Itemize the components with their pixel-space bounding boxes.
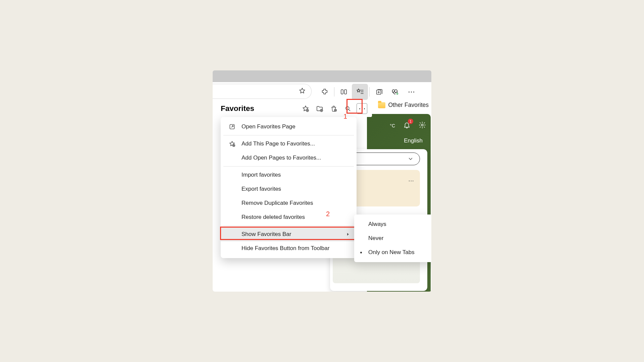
favorites-panel: Favorites (216, 100, 372, 117)
menu-label: Hide Favorites Button from Toolbar (241, 245, 329, 252)
chevron-down-icon (408, 156, 414, 162)
menu-separator (223, 135, 354, 135)
menu-hide-favorites-button[interactable]: Hide Favorites Button from Toolbar (221, 241, 357, 255)
menu-separator (223, 226, 354, 226)
notification-badge: 1 (408, 119, 413, 124)
submenu-label: Always (368, 221, 386, 228)
extension-icon[interactable] (317, 84, 333, 100)
menu-label: Remove Duplicate Favorites (241, 200, 313, 206)
submenu-only-new-tabs[interactable]: Only on New Tabs (354, 245, 431, 259)
favorites-title: Favorites (221, 104, 297, 113)
bell-icon[interactable]: 1 (403, 121, 411, 130)
toolbar-separator (369, 87, 370, 97)
other-favorites-folder[interactable]: Other Favorites (378, 102, 429, 109)
toolbar-icons (317, 84, 419, 100)
favorites-panel-header: Favorites (216, 100, 372, 117)
favorites-context-menu: Open Favorites Page Add This Page to Fav… (221, 117, 357, 258)
screenshot-stage: Other Favorites °C 1 English (213, 70, 431, 292)
show-favorites-bar-submenu: Always Never Only on New Tabs (354, 215, 431, 262)
svg-line-20 (349, 110, 350, 111)
health-icon[interactable] (387, 84, 403, 100)
other-favorites-label: Other Favorites (388, 102, 429, 109)
menu-label: Open Favorites Page (241, 123, 296, 130)
background-card: °C 1 English ... ửa (367, 114, 431, 292)
submenu-label: Never (368, 235, 383, 242)
bullet-icon (360, 252, 363, 253)
submenu-always[interactable]: Always (354, 217, 431, 231)
browser-toolbar (213, 84, 431, 100)
menu-import-favorites[interactable]: Import favorites (221, 168, 357, 182)
chevron-right-icon (346, 231, 350, 238)
menu-add-this-page[interactable]: Add This Page to Favorites... (221, 137, 357, 151)
browser-chrome: Other Favorites °C 1 English (213, 82, 431, 292)
menu-open-favorites-page[interactable]: Open Favorites Page (221, 120, 357, 134)
language-label[interactable]: English (404, 137, 423, 144)
favorites-bar: Other Favorites (378, 102, 429, 109)
submenu-label: Only on New Tabs (368, 249, 415, 256)
address-bar[interactable] (213, 84, 312, 99)
menu-label: Add Open Pages to Favorites... (241, 155, 321, 161)
submenu-never[interactable]: Never (354, 231, 431, 245)
delete-icon[interactable] (328, 103, 339, 114)
menu-separator (223, 166, 354, 167)
star-plus-icon (227, 140, 237, 147)
menu-label: Add This Page to Favorites... (241, 140, 315, 147)
menu-show-favorites-bar[interactable]: Show Favorites Bar (221, 227, 357, 241)
search-icon[interactable] (342, 103, 353, 114)
menu-export-favorites[interactable]: Export favorites (221, 182, 357, 196)
gear-icon[interactable] (419, 121, 426, 130)
add-folder-icon[interactable] (314, 103, 325, 114)
temp-unit: °C (390, 123, 395, 128)
favorites-icon[interactable] (352, 84, 368, 100)
menu-label: Show Favorites Bar (241, 231, 291, 238)
folder-icon (378, 102, 385, 108)
collections-icon[interactable] (371, 84, 387, 100)
menu-add-open-pages[interactable]: Add Open Pages to Favorites... (221, 151, 357, 165)
split-screen-icon[interactable] (336, 84, 352, 100)
star-outline-icon[interactable] (299, 87, 306, 96)
menu-restore-deleted[interactable]: Restore deleted favorites (221, 210, 357, 224)
more-menu-icon[interactable] (403, 84, 419, 100)
toolbar-separator (334, 87, 334, 97)
svg-rect-0 (341, 90, 343, 94)
open-external-icon (227, 123, 237, 130)
svg-rect-1 (344, 90, 346, 94)
menu-label: Export favorites (241, 186, 281, 192)
add-favorite-icon[interactable] (300, 103, 311, 114)
menu-label: Import favorites (241, 172, 281, 178)
menu-remove-duplicates[interactable]: Remove Duplicate Favorites (221, 196, 357, 210)
svg-point-9 (421, 124, 423, 126)
more-options-icon[interactable] (357, 103, 367, 114)
menu-label: Restore deleted favorites (241, 214, 305, 221)
